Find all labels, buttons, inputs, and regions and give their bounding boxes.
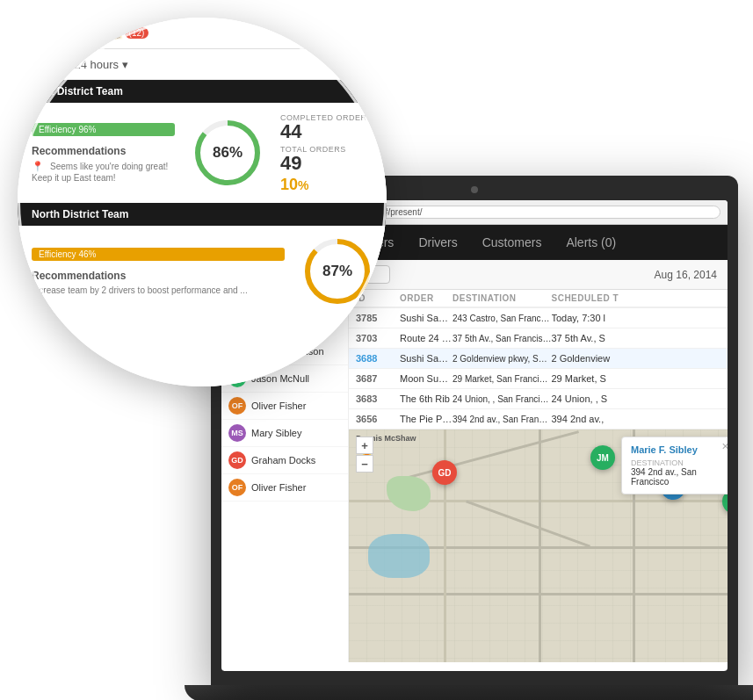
- order-name: Route 24 - daily: [400, 333, 453, 343]
- nav-item-drivers[interactable]: Drivers: [406, 225, 469, 260]
- th-scheduled: Scheduled T: [552, 293, 651, 303]
- rec-pin-icon: 📍: [32, 161, 44, 171]
- total-orders-value: 49: [280, 154, 373, 173]
- east-district-section: East District Team Efficiency 96% Recomm…: [18, 80, 387, 203]
- alert-badge: (12): [125, 27, 149, 39]
- table-row[interactable]: 3785 Sushi Samba Delivery 243 Castro, Sa…: [349, 308, 728, 328]
- north-team-header: North District Team: [18, 203, 387, 226]
- popup-driver-name: Marie F. Sibley: [631, 444, 726, 455]
- gauge-east: 86%: [192, 118, 263, 188]
- order-scheduled: 29 Market, S: [552, 373, 651, 384]
- gauge-text-east: 86%: [213, 144, 243, 162]
- bell-icon: 🔔: [109, 26, 123, 40]
- dispatch-topbar: DISPATCH 🔔 (12): [18, 18, 387, 49]
- table-header: ID Order Destination Scheduled T: [349, 290, 728, 308]
- east-team-header: East District Team: [18, 80, 387, 103]
- driver-name: Graham Docks: [251, 455, 315, 465]
- driver-item[interactable]: GD Graham Docks: [221, 447, 348, 474]
- table-row[interactable]: 3703 Route 24 - daily 37 5th Av., San Fr…: [349, 328, 728, 349]
- stats-east: COMPLETED ORDERS 44 TOTAL ORDERS 49 10%: [280, 113, 373, 192]
- order-id: 3656: [356, 414, 400, 424]
- order-scheduled: 394 2nd av.,: [552, 414, 651, 424]
- order-scheduled: 37 5th Av., S: [552, 333, 651, 343]
- laptop-camera: [471, 186, 478, 193]
- time-filter[interactable]: 24 hours ▾: [74, 58, 127, 71]
- map-background: Dennis McShaw 🧍 GD JM G MS LS ✕: [349, 429, 728, 662]
- nav-item-customers[interactable]: Customers: [470, 225, 554, 260]
- laptop-base: [185, 685, 753, 700]
- north-district-section: North District Team Efficiency 46% Recom…: [18, 203, 387, 317]
- order-name: Moon Sushi (late): [400, 373, 453, 384]
- gauge-text-north: 87%: [322, 263, 352, 280]
- zoom-in-button[interactable]: +: [356, 437, 373, 454]
- orders-table: ID Order Destination Scheduled T 3785 Su…: [349, 290, 728, 429]
- order-name: Sushi Samba: [400, 353, 453, 364]
- map-zoom-controls: + −: [356, 437, 373, 473]
- driver-name: Oliver Fisher: [251, 401, 306, 411]
- order-destination: 2 Goldenview pkwy, San Francisco ✎: [453, 354, 552, 364]
- order-scheduled: 2 Goldenview: [552, 353, 651, 364]
- driver-item[interactable]: OF Oliver Fisher: [221, 393, 348, 420]
- circle-dashboard: DISPATCH 🔔 (12) ency 24 hours ▾ East Dis…: [18, 18, 387, 386]
- order-name: The 6th Rib: [400, 393, 453, 404]
- th-destination: Destination: [453, 293, 552, 303]
- rec-title-east: Recommendations: [32, 145, 175, 157]
- popup-destination-label: Destination: [631, 458, 726, 467]
- efficiency-bar-east: Efficiency 96%: [32, 123, 175, 136]
- recommendations-east: Recommendations 📍 Seems like you're doin…: [32, 145, 175, 183]
- order-scheduled: Today, 7:30 l: [552, 313, 651, 323]
- driver-avatar: OF: [228, 397, 246, 415]
- map-marker-gd[interactable]: GD: [432, 460, 457, 485]
- popup-destination-value: 394 2nd av., San Francisco: [631, 467, 726, 487]
- order-id: 3683: [356, 393, 400, 404]
- order-destination: 24 Union, , San Francisco ✎: [453, 394, 552, 404]
- table-row[interactable]: 3683 The 6th Rib 24 Union, , San Francis…: [349, 389, 728, 409]
- driver-item[interactable]: OF Oliver Fisher: [221, 474, 348, 502]
- order-scheduled: 24 Union, , S: [552, 393, 651, 404]
- titlebar: ency 24 hours ▾: [18, 49, 387, 80]
- nav-item-alerts[interactable]: Alerts (0): [554, 225, 628, 260]
- map-popup: ✕ Marie F. Sibley Destination 394 2nd av…: [621, 437, 728, 494]
- order-destination: 394 2nd av., San Francisco ✎: [453, 415, 552, 424]
- driver-avatar: OF: [228, 479, 246, 496]
- table-row[interactable]: 3656 The Pie Place 394 2nd av., San Fran…: [349, 409, 728, 429]
- order-name: Sushi Samba Delivery: [400, 313, 453, 323]
- rec-title-north: Recommendations: [32, 270, 285, 282]
- table-row[interactable]: 3688 Sushi Samba 2 Goldenview pkwy, San …: [349, 349, 728, 369]
- order-destination: 29 Market, San Francisco ✎: [453, 374, 552, 384]
- order-destination: 243 Castro, San Francisco ✎: [453, 314, 552, 323]
- popup-close-button[interactable]: ✕: [721, 441, 728, 452]
- page-title: ency: [35, 56, 67, 72]
- recommendations-north: Recommendations Increase team by 2 drive…: [32, 270, 285, 295]
- completed-orders-value: 44: [280, 122, 373, 141]
- order-destination: 37 5th Av., San Francisco ✎: [453, 334, 552, 343]
- date-label: Aug 16, 2014: [655, 269, 717, 281]
- efficiency-bar-north: Efficiency 46%: [32, 248, 285, 261]
- rec-text-north: Increase team by 2 drivers to boost perf…: [32, 285, 285, 295]
- dispatch-label: DISPATCH: [35, 27, 95, 40]
- map-marker-jm[interactable]: JM: [590, 445, 615, 470]
- map-area: Dennis McShaw 🧍 GD JM G MS LS ✕: [349, 429, 728, 662]
- rec-text-east: Seems like you're doing great! Keep it u…: [32, 162, 168, 183]
- order-name: The Pie Place: [400, 414, 453, 424]
- table-row[interactable]: 3687 Moon Sushi (late) 29 Market, San Fr…: [349, 369, 728, 389]
- driver-avatar: MS: [228, 424, 246, 442]
- driver-name: Mary Sibley: [251, 428, 301, 438]
- driver-item[interactable]: MS Mary Sibley: [221, 420, 348, 447]
- gauge-north: 87%: [302, 236, 373, 307]
- driver-avatar: GD: [228, 451, 246, 469]
- zoom-out-button[interactable]: −: [356, 455, 373, 473]
- driver-name: Oliver Fisher: [251, 482, 306, 493]
- th-order: Order: [400, 293, 453, 303]
- main-area: ID Order Destination Scheduled T 3785 Su…: [349, 290, 728, 662]
